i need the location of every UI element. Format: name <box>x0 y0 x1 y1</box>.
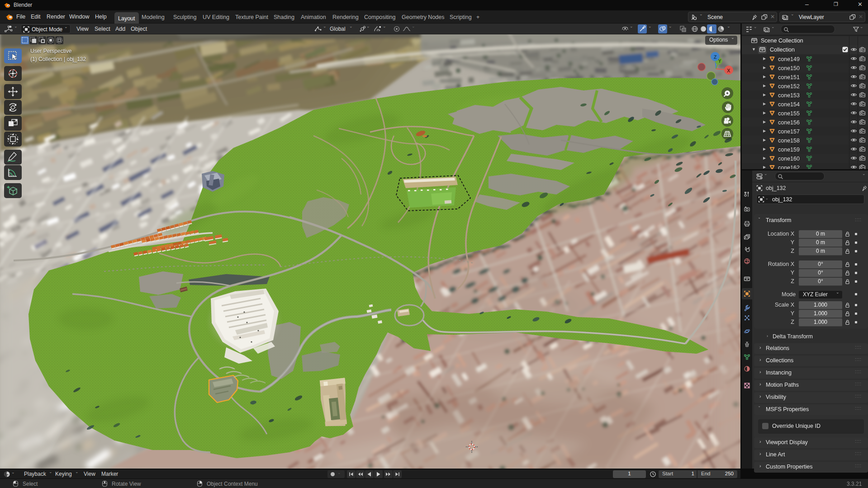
svg-text:X: X <box>727 68 730 73</box>
svg-text:Z: Z <box>714 54 717 60</box>
svg-text:Y: Y <box>718 59 721 64</box>
